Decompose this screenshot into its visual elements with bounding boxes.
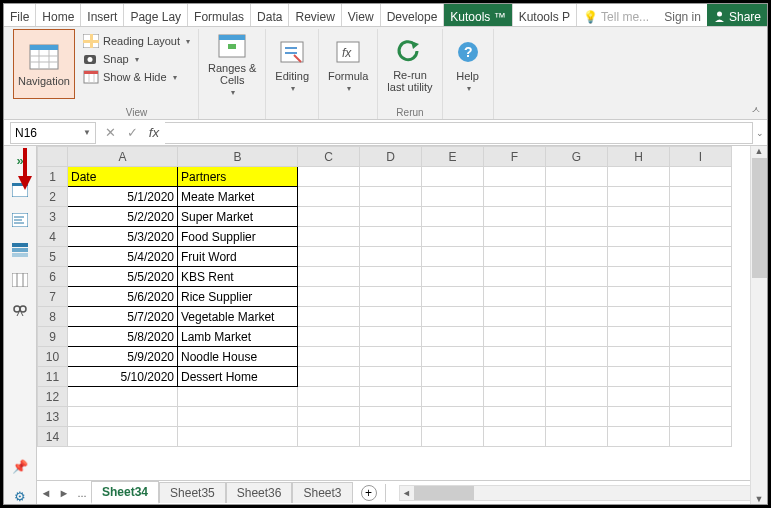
sheet-tab-sheet35[interactable]: Sheet35 (159, 482, 226, 503)
cell-I11[interactable] (670, 367, 732, 387)
cell-I7[interactable] (670, 287, 732, 307)
nav-find-icon[interactable] (11, 302, 29, 318)
expand-formula-bar[interactable]: ⌄ (753, 128, 767, 138)
nav-expand-icon[interactable]: » (11, 152, 29, 168)
cell-E1[interactable] (422, 167, 484, 187)
row-header-11[interactable]: 11 (38, 367, 68, 387)
row-header-13[interactable]: 13 (38, 407, 68, 427)
cell-H9[interactable] (608, 327, 670, 347)
cell-E2[interactable] (422, 187, 484, 207)
cell-I9[interactable] (670, 327, 732, 347)
cell-F4[interactable] (484, 227, 546, 247)
cell-I8[interactable] (670, 307, 732, 327)
cell-E11[interactable] (422, 367, 484, 387)
cell-E3[interactable] (422, 207, 484, 227)
cell-B14[interactable] (178, 427, 298, 447)
cell-G10[interactable] (546, 347, 608, 367)
formula-bar-input[interactable] (165, 122, 753, 144)
cell-I6[interactable] (670, 267, 732, 287)
cell-D12[interactable] (360, 387, 422, 407)
cell-H2[interactable] (608, 187, 670, 207)
cell-C5[interactable] (298, 247, 360, 267)
cell-G2[interactable] (546, 187, 608, 207)
cell-E6[interactable] (422, 267, 484, 287)
sheet-more-button[interactable]: ... (73, 487, 91, 499)
tab-develope[interactable]: Develope (381, 4, 445, 26)
cell-A3[interactable]: 5/2/2020 (68, 207, 178, 227)
cell-F9[interactable] (484, 327, 546, 347)
cell-D6[interactable] (360, 267, 422, 287)
cell-B4[interactable]: Food Supplier (178, 227, 298, 247)
sheet-prev-button[interactable]: ► (55, 487, 73, 499)
cell-F8[interactable] (484, 307, 546, 327)
tab-insert[interactable]: Insert (81, 4, 124, 26)
cell-E5[interactable] (422, 247, 484, 267)
cell-H5[interactable] (608, 247, 670, 267)
navigation-button[interactable]: Navigation (13, 29, 75, 99)
cell-D13[interactable] (360, 407, 422, 427)
cell-C6[interactable] (298, 267, 360, 287)
cell-D9[interactable] (360, 327, 422, 347)
cell-C12[interactable] (298, 387, 360, 407)
cell-A2[interactable]: 5/1/2020 (68, 187, 178, 207)
formula-button[interactable]: fx Formula (324, 29, 372, 99)
tab-kutools-p[interactable]: Kutools P (513, 4, 577, 26)
cell-F12[interactable] (484, 387, 546, 407)
cell-D5[interactable] (360, 247, 422, 267)
cell-A11[interactable]: 5/10/2020 (68, 367, 178, 387)
tab-file[interactable]: File (4, 4, 36, 26)
cell-E10[interactable] (422, 347, 484, 367)
col-header-D[interactable]: D (360, 147, 422, 167)
nav-pin-icon[interactable]: 📌 (11, 458, 29, 474)
cell-C2[interactable] (298, 187, 360, 207)
cell-I4[interactable] (670, 227, 732, 247)
tab-view[interactable]: View (342, 4, 381, 26)
cell-I2[interactable] (670, 187, 732, 207)
col-header-B[interactable]: B (178, 147, 298, 167)
cell-H14[interactable] (608, 427, 670, 447)
cell-H10[interactable] (608, 347, 670, 367)
tab-review[interactable]: Review (289, 4, 341, 26)
col-header-A[interactable]: A (68, 147, 178, 167)
cell-C8[interactable] (298, 307, 360, 327)
cell-C10[interactable] (298, 347, 360, 367)
row-header-5[interactable]: 5 (38, 247, 68, 267)
rerun-button[interactable]: Re-run last utility (383, 29, 436, 99)
cell-C1[interactable] (298, 167, 360, 187)
cell-A4[interactable]: 5/3/2020 (68, 227, 178, 247)
cell-G12[interactable] (546, 387, 608, 407)
select-all-corner[interactable] (38, 147, 68, 167)
cell-I3[interactable] (670, 207, 732, 227)
cell-F5[interactable] (484, 247, 546, 267)
cell-C13[interactable] (298, 407, 360, 427)
cell-A1[interactable]: Date (68, 167, 178, 187)
cell-I12[interactable] (670, 387, 732, 407)
cell-E4[interactable] (422, 227, 484, 247)
cell-B2[interactable]: Meate Market (178, 187, 298, 207)
cell-G13[interactable] (546, 407, 608, 427)
tab-page-lay[interactable]: Page Lay (124, 4, 188, 26)
cell-G8[interactable] (546, 307, 608, 327)
cell-E14[interactable] (422, 427, 484, 447)
hscroll-thumb[interactable] (414, 486, 474, 500)
cell-D1[interactable] (360, 167, 422, 187)
row-header-2[interactable]: 2 (38, 187, 68, 207)
cell-D4[interactable] (360, 227, 422, 247)
share-button[interactable]: Share (707, 4, 767, 26)
cell-I14[interactable] (670, 427, 732, 447)
cell-A8[interactable]: 5/7/2020 (68, 307, 178, 327)
editing-button[interactable]: Editing (271, 29, 313, 99)
cell-D11[interactable] (360, 367, 422, 387)
cell-I10[interactable] (670, 347, 732, 367)
cell-D8[interactable] (360, 307, 422, 327)
cell-F2[interactable] (484, 187, 546, 207)
cell-H3[interactable] (608, 207, 670, 227)
chevron-down-icon[interactable]: ▼ (83, 128, 91, 137)
col-header-I[interactable]: I (670, 147, 732, 167)
scroll-down-icon[interactable]: ▼ (755, 494, 764, 504)
cell-G4[interactable] (546, 227, 608, 247)
cell-G6[interactable] (546, 267, 608, 287)
col-header-E[interactable]: E (422, 147, 484, 167)
cell-C3[interactable] (298, 207, 360, 227)
sheet-tab-sheet36[interactable]: Sheet36 (226, 482, 293, 503)
